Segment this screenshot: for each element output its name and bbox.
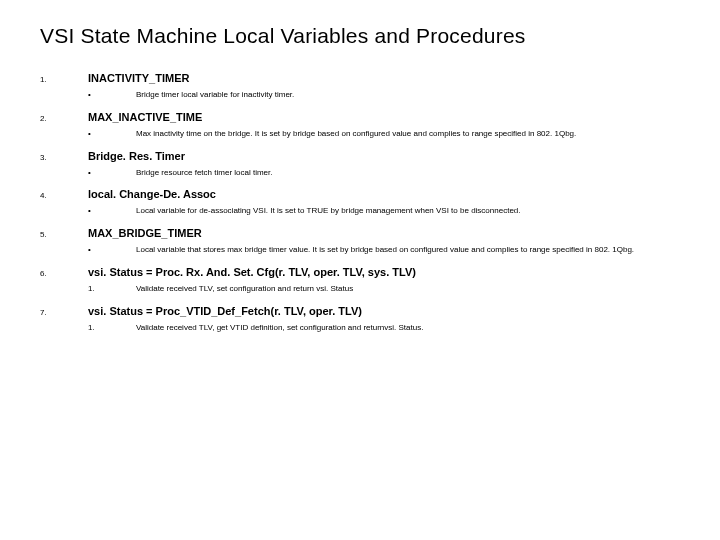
item-number: 7. [40, 308, 88, 317]
item-desc: Bridge timer local variable for inactivi… [116, 90, 294, 101]
item-desc: Validate received TLV, get VTID definiti… [116, 323, 423, 334]
item-4: 4. local. Change-De. Assoc [40, 188, 692, 200]
item-number: 5. [40, 230, 88, 239]
item-term: INACTIVITY_TIMER [88, 72, 189, 84]
item-6-sub-1: 1. Validate received TLV, set configurat… [40, 284, 692, 295]
item-5-sub-1: • Local variable that stores max bridge … [40, 245, 692, 256]
item-1: 1. INACTIVITY_TIMER [40, 72, 692, 84]
item-desc: Max inactivity time on the bridge. It is… [116, 129, 576, 140]
list: 1. INACTIVITY_TIMER • Bridge timer local… [40, 72, 692, 334]
slide: VSI State Machine Local Variables and Pr… [0, 0, 720, 540]
item-number: 1. [40, 75, 88, 84]
bullet-icon: • [40, 129, 116, 138]
bullet-icon: • [40, 245, 116, 254]
item-term: MAX_BRIDGE_TIMER [88, 227, 202, 239]
item-2-sub-1: • Max inactivity time on the bridge. It … [40, 129, 692, 140]
item-number: 6. [40, 269, 88, 278]
item-term: vsi. Status = Proc_VTID_Def_Fetch(r. TLV… [88, 305, 362, 317]
item-6: 6. vsi. Status = Proc. Rx. And. Set. Cfg… [40, 266, 692, 278]
item-4-sub-1: • Local variable for de-associating VSI.… [40, 206, 692, 217]
item-number: 3. [40, 153, 88, 162]
item-7: 7. vsi. Status = Proc_VTID_Def_Fetch(r. … [40, 305, 692, 317]
item-3-sub-1: • Bridge resource fetch timer local time… [40, 168, 692, 179]
bullet-icon: • [40, 206, 116, 215]
bullet-icon: • [40, 168, 116, 177]
sub-number: 1. [40, 284, 116, 293]
item-desc: Validate received TLV, set configuration… [116, 284, 353, 295]
item-term: local. Change-De. Assoc [88, 188, 216, 200]
sub-number: 1. [40, 323, 116, 332]
item-desc: Local variable that stores max bridge ti… [116, 245, 634, 256]
item-5: 5. MAX_BRIDGE_TIMER [40, 227, 692, 239]
item-term: MAX_INACTIVE_TIME [88, 111, 202, 123]
bullet-icon: • [40, 90, 116, 99]
item-2: 2. MAX_INACTIVE_TIME [40, 111, 692, 123]
item-desc: Local variable for de-associating VSI. I… [116, 206, 521, 217]
item-7-sub-1: 1. Validate received TLV, get VTID defin… [40, 323, 692, 334]
slide-title: VSI State Machine Local Variables and Pr… [40, 24, 692, 48]
item-3: 3. Bridge. Res. Timer [40, 150, 692, 162]
item-number: 2. [40, 114, 88, 123]
item-number: 4. [40, 191, 88, 200]
item-term: vsi. Status = Proc. Rx. And. Set. Cfg(r.… [88, 266, 416, 278]
item-desc: Bridge resource fetch timer local timer. [116, 168, 273, 179]
item-1-sub-1: • Bridge timer local variable for inacti… [40, 90, 692, 101]
item-term: Bridge. Res. Timer [88, 150, 185, 162]
